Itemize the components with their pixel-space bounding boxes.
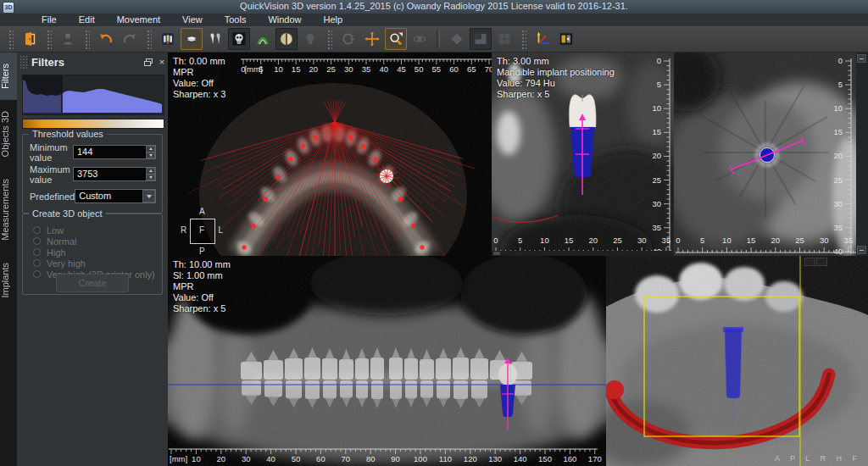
menu-tools[interactable]: Tools: [214, 14, 258, 26]
svg-text:15: 15: [833, 127, 843, 136]
menu-edit[interactable]: Edit: [68, 14, 106, 26]
svg-text:170: 170: [588, 454, 602, 463]
svg-text:5: 5: [657, 80, 661, 89]
quickvision-window: 3D QuickVision 3D version 1.4.25_2015 (c…: [0, 0, 868, 466]
svg-text:25: 25: [795, 236, 804, 245]
slice-up-button[interactable]: [857, 54, 866, 63]
radio-dot: [33, 248, 41, 256]
layout-single-view-icon[interactable]: [470, 28, 492, 50]
viewport-3d[interactable]: A P L R H F: [606, 256, 868, 466]
svg-text:25: 25: [833, 175, 843, 185]
svg-text:15: 15: [747, 236, 756, 245]
pan-tool-icon[interactable]: [361, 28, 383, 50]
svg-text:5: 5: [700, 236, 704, 245]
minimum-spinner[interactable]: [146, 146, 155, 158]
radio-option-low: Low: [33, 225, 64, 236]
svg-text:10: 10: [722, 236, 732, 245]
svg-text:0: 0: [838, 56, 843, 65]
radio-dot: [33, 270, 41, 278]
slice-scrollbar[interactable]: [856, 53, 868, 256]
menu-file[interactable]: File: [31, 14, 68, 26]
sidebar-tab-measurements[interactable]: Measurements: [0, 168, 17, 252]
svg-text:0: 0: [657, 56, 661, 65]
viewport-cross-section[interactable]: 0510152025303540 0510152025303540 Th: 3.…: [492, 53, 674, 256]
clip-plane-tool-icon: [446, 28, 468, 50]
toolbar-grip: [520, 29, 526, 49]
svg-text:25: 25: [613, 236, 622, 245]
predefined-dropdown[interactable]: Custom: [75, 189, 156, 203]
title-bar[interactable]: 3D QuickVision 3D version 1.4.25_2015 (c…: [0, 0, 868, 14]
svg-text:70: 70: [485, 64, 492, 74]
pane-mini-button[interactable]: [804, 258, 815, 266]
orientation-letter-top: A: [199, 207, 205, 216]
svg-text:10: 10: [652, 103, 661, 113]
svg-text:45: 45: [397, 64, 406, 74]
zoom-tool-icon[interactable]: [385, 28, 407, 50]
svg-text:10: 10: [274, 64, 283, 74]
panoramic-view-icon[interactable]: [181, 28, 203, 50]
threshold-values-group: Threshold values Minimum value 144 Maxim…: [22, 134, 163, 214]
panel-header: Filters ×: [17, 53, 168, 71]
svg-text:20: 20: [589, 236, 598, 245]
implant-planner-view-icon[interactable]: [157, 28, 179, 50]
maximum-spinner[interactable]: [146, 168, 155, 180]
slice-down-button[interactable]: [857, 246, 866, 254]
volume-3d-image: [606, 256, 868, 466]
menu-help[interactable]: Help: [313, 14, 354, 26]
histogram[interactable]: [22, 75, 164, 115]
panels-toggle-icon[interactable]: [555, 28, 577, 50]
dropdown-arrow-icon[interactable]: [142, 190, 155, 202]
axes-3d-icon[interactable]: [531, 28, 554, 50]
sidebar-tab-objects-3d[interactable]: Objects 3D: [0, 100, 17, 168]
window-title: QuickVision 3D version 1.4.25_2015 (c) O…: [0, 1, 868, 11]
svg-text:100: 100: [414, 454, 427, 463]
mpr-sphere-view-icon[interactable]: [275, 28, 298, 50]
minimum-value-input[interactable]: 144: [73, 145, 156, 159]
open-patient-icon[interactable]: [19, 28, 41, 50]
sidebar-tab-implants[interactable]: Implants: [0, 252, 17, 309]
viewport-tangential[interactable]: 0510152025303540 0510152025303540: [674, 53, 856, 256]
svg-text:15: 15: [292, 64, 301, 74]
radio-option-normal: Normal: [33, 236, 76, 247]
layout-multi-view-icon: [493, 28, 515, 50]
menu-movement[interactable]: Movement: [106, 14, 171, 26]
menu-window[interactable]: Window: [257, 14, 312, 26]
float-panel-icon[interactable]: [144, 58, 156, 66]
svg-text:50: 50: [415, 64, 424, 74]
group-label: Create 3D object: [29, 208, 106, 219]
svg-text:0: 0: [493, 236, 498, 245]
close-panel-icon[interactable]: ×: [156, 56, 168, 68]
svg-text:20: 20: [833, 151, 843, 160]
cross-section-image: 0510152025303540 0510152025303540: [492, 53, 674, 256]
undo-icon[interactable]: [95, 28, 117, 50]
svg-text:35: 35: [652, 223, 661, 232]
orientation-letters: A P L R H F: [775, 454, 861, 463]
svg-text:150: 150: [538, 454, 552, 463]
radio-label: Low: [47, 225, 64, 236]
toolbar-grip: [46, 29, 52, 49]
toolbar-grip: [84, 29, 90, 49]
toolbar: [0, 26, 868, 53]
panoramic-image: 1020304050607080901001101201301401501601…: [168, 256, 606, 466]
filters-panel: Filters × Threshold values Minimum value…: [17, 53, 168, 466]
radio-option-very-high: Very high: [33, 258, 86, 269]
dental-arch-view-icon[interactable]: [252, 28, 274, 50]
svg-text:20: 20: [652, 151, 661, 160]
axial-top-ruler: 0510152025303540455055606570[mm]: [241, 59, 492, 74]
maximum-value-input[interactable]: 3753: [73, 167, 156, 181]
skull-3d-view-icon[interactable]: [228, 28, 250, 50]
panel-grip[interactable]: [19, 55, 28, 69]
maximum-value-label: Maximum value: [30, 164, 73, 185]
pane-mini-button[interactable]: [816, 258, 827, 266]
svg-text:40: 40: [833, 247, 843, 256]
svg-text:30: 30: [833, 199, 843, 208]
svg-text:80: 80: [366, 454, 376, 463]
sidebar-tab-filters[interactable]: Filters: [0, 53, 17, 100]
svg-text:30: 30: [242, 454, 251, 463]
viewport-panoramic[interactable]: 1020304050607080901001101201301401501601…: [168, 256, 606, 466]
svg-text:65: 65: [467, 64, 476, 74]
svg-text:5: 5: [518, 236, 522, 245]
cross-sections-view-icon[interactable]: [204, 28, 226, 50]
rotate-tool-icon: [337, 28, 359, 50]
menu-view[interactable]: View: [171, 14, 214, 26]
